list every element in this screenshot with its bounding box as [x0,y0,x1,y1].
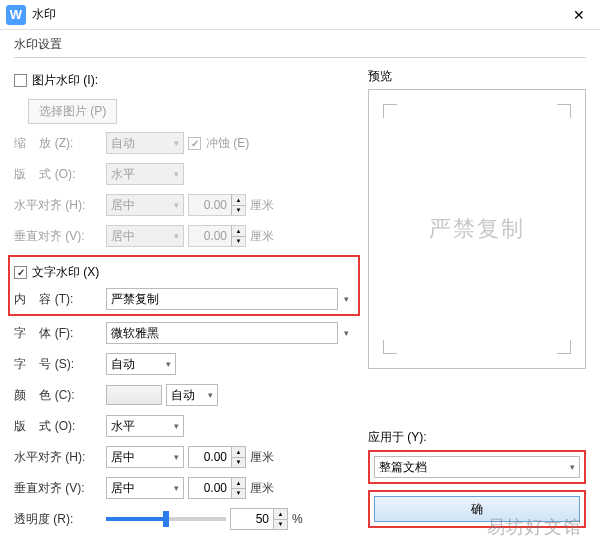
content-label: 内 容 (T): [14,291,106,308]
image-layout-label: 版 式 (O): [14,166,106,183]
app-logo: W [6,5,26,25]
crop-mark-icon [383,104,397,118]
scale-label: 缩 放 (Z): [14,135,106,152]
crop-mark-icon [383,340,397,354]
image-valign-label: 垂直对齐 (V): [14,228,106,245]
fieldset-legend: 水印设置 [14,36,586,53]
text-watermark-label: 文字水印 (X) [32,264,99,281]
text-valign-select[interactable] [106,477,184,499]
scale-select [106,132,184,154]
size-label: 字 号 (S): [14,356,106,373]
image-valign-spinner: ▲▼ [188,225,246,247]
select-image-button: 选择图片 (P) [28,99,117,124]
color-swatch[interactable] [106,385,162,405]
opacity-label: 透明度 (R): [14,511,106,528]
image-layout-select [106,163,184,185]
size-select[interactable] [106,353,176,375]
window-title: 水印 [32,6,564,23]
preview-label: 预览 [368,69,392,83]
text-watermark-checkbox[interactable]: 文字水印 (X) [14,264,99,281]
text-halign-spinner[interactable]: ▲▼ [188,446,246,468]
text-halign-label: 水平对齐 (H): [14,449,106,466]
color-label: 颜 色 (C): [14,387,106,404]
text-valign-label: 垂直对齐 (V): [14,480,106,497]
text-layout-select[interactable] [106,415,184,437]
erosion-checkbox: 冲蚀 (E) [188,135,249,152]
text-layout-label: 版 式 (O): [14,418,106,435]
font-select[interactable] [106,322,338,344]
opacity-slider[interactable] [106,517,226,521]
content-select[interactable] [106,288,338,310]
ok-button[interactable]: 确 [374,496,580,522]
image-watermark-checkbox[interactable]: 图片水印 (I): [14,72,98,89]
color-select[interactable] [166,384,218,406]
crop-mark-icon [557,340,571,354]
image-halign-select [106,194,184,216]
text-valign-spinner[interactable]: ▲▼ [188,477,246,499]
image-watermark-label: 图片水印 (I): [32,72,98,89]
opacity-spinner[interactable]: ▲▼ [230,508,288,530]
chevron-down-icon: ▼ [232,206,245,216]
image-halign-label: 水平对齐 (H): [14,197,106,214]
close-icon[interactable]: ✕ [564,0,594,30]
apply-label: 应用于 (Y): [368,429,586,446]
preview-text: 严禁复制 [429,214,525,244]
apply-select[interactable] [374,456,580,478]
preview-pane: 严禁复制 [368,89,586,369]
text-halign-select[interactable] [106,446,184,468]
image-valign-select [106,225,184,247]
image-halign-spinner: ▲▼ [188,194,246,216]
chevron-up-icon: ▲ [232,195,245,206]
crop-mark-icon [557,104,571,118]
font-label: 字 体 (F): [14,325,106,342]
